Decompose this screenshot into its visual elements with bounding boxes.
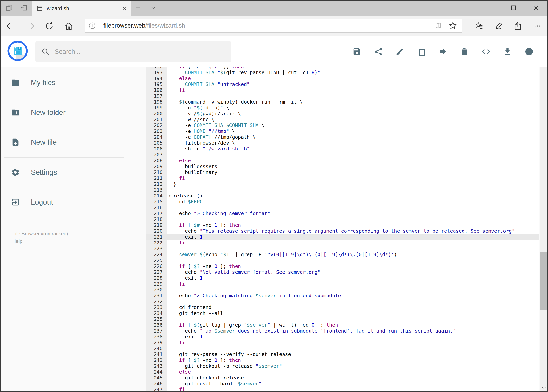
tab-list-chevron-icon[interactable] (149, 4, 158, 12)
download-button[interactable] (503, 47, 512, 56)
code-line-212[interactable]: 212} (146, 181, 539, 187)
code-line-242[interactable]: 242 if [ $? -ne 0 ]; then (146, 357, 539, 363)
code-line-194[interactable]: 194 else (146, 76, 539, 81)
scroll-down-icon[interactable] (540, 384, 548, 392)
code-line-228[interactable]: 228 exit 1 (146, 275, 539, 281)
code-line-215[interactable]: 215 cd $REPO (146, 199, 539, 205)
code-line-227[interactable]: 227 echo "Not valid semver format. See s… (146, 269, 539, 275)
code-line-224[interactable]: 224 semver=$(echo "$1" | grep -P '^v(0|[… (146, 252, 539, 258)
window-close-button[interactable] (528, 3, 544, 13)
fold-toggle-icon[interactable]: ▾ (167, 193, 173, 199)
delete-button[interactable] (460, 47, 469, 56)
tab-preview-icon[interactable] (5, 4, 14, 12)
code-line-218[interactable]: 218 (146, 217, 539, 222)
code-line-205[interactable]: 205 filebrowser/dev \ (146, 140, 539, 146)
code-line-225[interactable]: 225 (146, 258, 539, 263)
code-line-223[interactable]: 223 (146, 246, 539, 252)
code-line-211[interactable]: 211 fi (146, 175, 539, 181)
code-line-195[interactable]: 195 COMMIT_SHA="untracked" (146, 81, 539, 87)
page-scrollbar[interactable] (540, 36, 548, 392)
code-line-209[interactable]: 209 buildAssets (146, 164, 539, 169)
code-line-226[interactable]: 226 if [ $? -ne 0 ]; then (146, 263, 539, 269)
window-minimize-button[interactable] (483, 3, 499, 13)
share-button[interactable] (374, 47, 383, 56)
reading-view-icon[interactable] (434, 21, 443, 30)
code-line-229[interactable]: 229 fi (146, 281, 539, 287)
code-line-240[interactable]: 240 (146, 346, 539, 351)
code-line-216[interactable]: 216 (146, 205, 539, 210)
favorite-star-icon[interactable] (448, 21, 457, 30)
url-text[interactable]: filebrowser.web/files/wizard.sh (104, 22, 434, 29)
code-line-230[interactable]: 230 (146, 287, 539, 293)
code-line-221[interactable]: 221 exit 1 (146, 234, 539, 240)
code-line-220[interactable]: 220 echo "This release script requires a… (146, 228, 539, 234)
code-line-237[interactable]: 237 echo "Tag $semver does not exist in … (146, 328, 539, 334)
filebrowser-logo[interactable] (7, 41, 28, 61)
info-button[interactable] (525, 47, 534, 56)
code-line-213[interactable]: 213 (146, 187, 539, 193)
code-line-238[interactable]: 238 exit 1 (146, 334, 539, 340)
code-line-206[interactable]: 206 sh -c "./wizard.sh -b" (146, 146, 539, 152)
code-line-246[interactable]: 246 git reset --hard "$semver" (146, 381, 539, 387)
sidebar-item-settings[interactable]: Settings (0, 163, 129, 182)
code-line-201[interactable]: 201 -w //src \ (146, 117, 539, 123)
code-editor[interactable]: 192 if [ -d ".git" ]; then193 COMMIT_SHA… (146, 67, 539, 392)
code-line-199[interactable]: 199 -u "$(id -u)" \ (146, 105, 539, 111)
code-line-232[interactable]: 232 (146, 299, 539, 305)
hub-favorites-icon[interactable] (474, 21, 484, 31)
code-line-203[interactable]: 203 -e HOME="//tmp" \ (146, 128, 539, 134)
code-line-222[interactable]: 222 fi (146, 240, 539, 246)
annotate-pen-icon[interactable] (494, 21, 504, 31)
code-line-245[interactable]: 245 git checkout release (146, 375, 539, 381)
code-line-198[interactable]: 198 $(command -v winpty) docker run --rm… (146, 99, 539, 105)
sidebar-item-my-files[interactable]: My files (0, 73, 129, 92)
code-line-204[interactable]: 204 -e GOPATH=//tmp/gopath \ (146, 134, 539, 140)
save-button[interactable] (352, 47, 361, 56)
code-line-247[interactable]: 247 fi (146, 387, 539, 392)
site-info-icon[interactable] (85, 22, 99, 29)
new-tab-icon[interactable] (134, 4, 142, 12)
code-line-196[interactable]: 196 fi (146, 87, 539, 93)
code-line-233[interactable]: 233 cd frontend (146, 305, 539, 310)
window-maximize-button[interactable] (506, 3, 521, 13)
code-line-210[interactable]: 210 buildBinary (146, 169, 539, 175)
forward-icon[interactable] (25, 21, 35, 31)
copy-button[interactable] (417, 47, 426, 56)
tabs-aside-icon[interactable] (20, 4, 28, 12)
help-link[interactable]: Help (12, 237, 68, 245)
code-line-219[interactable]: 219 if [ $# -ne 1 ]; then (146, 222, 539, 228)
code-line-239[interactable]: 239 fi (146, 340, 539, 346)
code-line-235[interactable]: 235 (146, 316, 539, 322)
code-line-234[interactable]: 234 git fetch --all (146, 310, 539, 316)
code-line-214[interactable]: 214▾release () { (146, 193, 539, 199)
code-line-241[interactable]: 241 git rev-parse --verify --quiet relea… (146, 351, 539, 357)
sidebar-item-new-file[interactable]: New file (0, 133, 129, 152)
browser-tab[interactable]: wizard.sh (32, 1, 131, 16)
back-icon[interactable] (6, 21, 16, 31)
raw-code-button[interactable] (481, 47, 491, 56)
code-line-243[interactable]: 243 git checkout -b release "$semver" (146, 363, 539, 369)
refresh-icon[interactable] (44, 21, 54, 31)
code-line-217[interactable]: 217 echo "> Checking semver format" (146, 210, 539, 217)
tab-close-icon[interactable] (120, 4, 129, 13)
code-line-244[interactable]: 244 else (146, 369, 539, 375)
sidebar-item-new-folder[interactable]: New folder (0, 103, 129, 122)
share-page-icon[interactable] (513, 21, 523, 31)
code-line-231[interactable]: 231 echo "> Checking matching $semver in… (146, 293, 539, 299)
code-line-193[interactable]: 193 COMMIT_SHA="$(git rev-parse HEAD | c… (146, 70, 539, 76)
code-line-197[interactable]: 197 (146, 93, 539, 99)
code-line-208[interactable]: 208 else (146, 158, 539, 164)
code-line-202[interactable]: 202 -e COMMIT_SHA=$COMMIT_SHA \ (146, 123, 539, 128)
rename-button[interactable] (395, 47, 404, 56)
search-input[interactable]: Search... (35, 41, 231, 63)
sidebar-item-logout[interactable]: Logout (0, 192, 129, 212)
code-line-236[interactable]: 236 if [ $(git tag | grep "$semver" | wc… (146, 322, 539, 328)
more-options-icon[interactable] (532, 21, 542, 31)
code-line-207[interactable]: 207 (146, 152, 539, 158)
home-icon[interactable] (64, 21, 74, 31)
scrollbar-thumb[interactable] (540, 252, 548, 310)
code-line-200[interactable]: 200 -v /$(pwd):/src:z \ (146, 111, 539, 117)
url-bar[interactable]: filebrowser.web/files/wizard.sh (85, 19, 462, 33)
move-button[interactable] (438, 47, 447, 56)
code-line-192[interactable]: 192 if [ -d ".git" ]; then (146, 67, 539, 70)
